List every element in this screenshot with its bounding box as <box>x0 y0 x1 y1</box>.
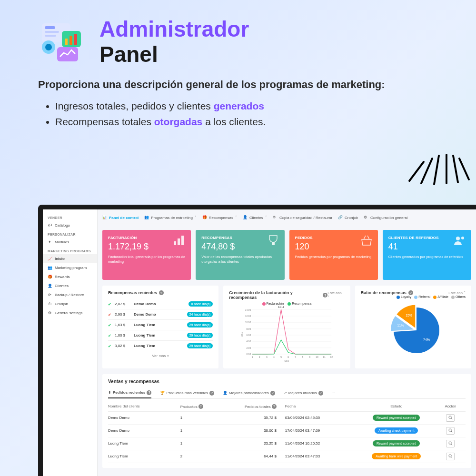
kpi-facturacion: FACTURACIÓN 1.172,19 $ Facturación total… <box>102 230 191 280</box>
user-icon: 👤 <box>223 391 228 395</box>
help-icon[interactable]: ? <box>318 391 323 396</box>
recent-reward-row[interactable]: ✔ 2,87 $ Demo Demo 8 hace día(s) <box>108 299 213 309</box>
sidebar-item-marketing[interactable]: 👥Marketing program <box>43 263 97 272</box>
help-icon[interactable]: ? <box>270 391 275 396</box>
help-icon[interactable]: ? <box>323 293 327 298</box>
chevron-down-icon: ˅ <box>235 216 237 219</box>
help-icon[interactable]: ? <box>159 290 164 295</box>
recent-reward-row[interactable]: ✔ 1,63 $ Luong Tiem 29 hace día(s) <box>108 320 213 330</box>
ver-mas-link[interactable]: Ver más » <box>108 354 213 358</box>
card-ratio-pie: Ratio de recompensas ? Este año ˅ Loyalt… <box>355 286 471 368</box>
help-icon[interactable]: ? <box>198 404 203 409</box>
svg-text:2.00: 2.00 <box>247 346 251 349</box>
trophy-icon <box>267 235 280 246</box>
period-dropdown[interactable]: Este año ˅ <box>448 291 466 295</box>
time-pill: 29 hace día(s) <box>187 322 213 327</box>
help-icon[interactable]: ? <box>209 391 214 396</box>
time-pill: 29 hace día(s) <box>187 343 213 348</box>
svg-text:74%: 74% <box>423 337 430 341</box>
card-growth-chart: Crecimiento de la facturación y recompen… <box>223 286 350 368</box>
tab-backup[interactable]: ⟳Copia de seguridad / Restaurar <box>273 215 332 220</box>
svg-text:12: 12 <box>330 356 333 358</box>
user-icon: 👤 <box>243 215 248 220</box>
svg-point-21 <box>456 237 460 240</box>
network-icon: 👥 <box>144 215 149 220</box>
gift-icon: 🎁 <box>202 215 207 220</box>
time-pill: 8 hace día(s) <box>188 301 213 307</box>
help-icon[interactable]: ? <box>272 404 277 409</box>
check-icon: ✔ <box>108 334 112 337</box>
chart-icon: 📈 <box>48 257 52 261</box>
people-icon: 👥 <box>48 266 52 270</box>
kpi-pedidos: PEDIDOS 120 Pedidos generados por progra… <box>289 230 378 280</box>
svg-line-60 <box>451 431 452 432</box>
view-button[interactable] <box>446 427 455 435</box>
help-icon[interactable]: ? <box>408 290 413 295</box>
clock-icon: ⏱ <box>48 302 52 306</box>
tab-recompensas[interactable]: 🎁Recompensas˅ <box>202 215 237 220</box>
svg-text:12.00: 12.00 <box>245 315 251 317</box>
svg-point-63 <box>449 455 451 457</box>
sidebar-item-cronjob[interactable]: ⏱Cronjob <box>43 299 97 308</box>
pie-chart: 74%11%15% <box>382 301 444 358</box>
svg-point-59 <box>449 429 451 431</box>
dashboard-icon: 📊 <box>102 215 107 220</box>
svg-text:10.00: 10.00 <box>245 321 251 324</box>
svg-text:14.11: 14.11 <box>278 306 285 308</box>
svg-text:4.00: 4.00 <box>247 340 251 343</box>
sales-tab-pedidos[interactable]: ⬇Pedidos recientes ? <box>108 388 151 398</box>
tab-clientes[interactable]: 👤Clientes˅ <box>243 215 267 220</box>
help-icon[interactable]: ? <box>147 390 151 395</box>
view-button[interactable] <box>446 453 455 460</box>
tab-programas[interactable]: 👥Programas de márketing˅ <box>144 215 197 220</box>
view-button[interactable] <box>446 414 455 422</box>
svg-text:6: 6 <box>288 356 289 358</box>
gift-icon: 🎁 <box>48 275 52 279</box>
sidebar-item-general[interactable]: ⚙General settings <box>43 308 97 317</box>
svg-text:1: 1 <box>252 356 253 358</box>
sidebar-section-programs: MARKETING PROGRAMS <box>43 247 97 254</box>
screenshot-frame: VENDER 🏷Catálogo PERSONALIZAR ✦Módulos M… <box>38 205 476 476</box>
svg-rect-5 <box>65 39 68 45</box>
sidebar-item-clientes[interactable]: 👤Clientes <box>43 281 97 290</box>
svg-rect-17 <box>174 241 176 245</box>
tab-config[interactable]: ⚙Configuración general <box>364 215 407 220</box>
top-tabs: 📊Panel de control 👥Programas de márketin… <box>102 213 471 224</box>
svg-text:15%: 15% <box>406 314 412 317</box>
sales-tab-productos[interactable]: 🏆Productos más vendidos ? <box>160 388 214 398</box>
recent-reward-row[interactable]: ✔ 2,90 $ Demo Demo 24 hace día(s) <box>108 309 213 320</box>
sidebar-item-modulos[interactable]: ✦Módulos <box>43 238 97 247</box>
sidebar-item-inicio[interactable]: 📈Inicio <box>43 254 97 263</box>
users-icon <box>453 235 466 246</box>
line-chart: 0.002.004.006.008.0010.0012.0014.0012345… <box>229 306 344 363</box>
bars-icon <box>173 235 186 246</box>
svg-text:11%: 11% <box>397 324 404 327</box>
kpi-recompensas: RECOMPENSAS 474,80 $ Valor de las recomp… <box>196 230 284 280</box>
sales-tab-afiliados[interactable]: ↗Mejores afiliados ? <box>284 388 323 398</box>
svg-line-15 <box>453 156 458 182</box>
tab-panel[interactable]: 📊Panel de control <box>102 215 139 220</box>
time-pill: 29 hace día(s) <box>187 333 213 338</box>
svg-rect-20 <box>272 242 275 245</box>
sidebar-item-backup[interactable]: ⟳Backup / Restore <box>43 290 97 299</box>
users-icon: 👤 <box>48 284 52 288</box>
svg-text:6.00: 6.00 <box>247 334 251 337</box>
recent-reward-row[interactable]: ✔ 3,82 $ Luong Tiem 29 hace día(s) <box>108 341 213 351</box>
sidebar-item-rewards[interactable]: 🎁Rewards <box>43 272 97 281</box>
svg-text:11: 11 <box>323 356 326 358</box>
chevron-down-icon: ˅ <box>265 216 267 219</box>
svg-point-61 <box>449 442 451 444</box>
sales-tab-more[interactable]: ··· <box>332 388 335 398</box>
svg-text:8.00: 8.00 <box>247 327 251 330</box>
check-icon: ✔ <box>108 344 112 348</box>
check-icon: ✔ <box>108 302 112 306</box>
sales-tab-patroc[interactable]: 👤Mejores patrocinadores ? <box>223 388 275 398</box>
view-button[interactable] <box>446 440 455 447</box>
recent-reward-row[interactable]: ✔ 1,00 $ Luong Tiem 29 hace día(s) <box>108 330 213 341</box>
tab-cronjob[interactable]: 🔗Cronjob <box>338 215 358 220</box>
sidebar-item-catalogo[interactable]: 🏷Catálogo <box>43 221 97 230</box>
period-dropdown[interactable]: Este año ˅ <box>327 291 345 299</box>
svg-text:3: 3 <box>266 356 268 358</box>
share-icon: ↗ <box>284 391 287 395</box>
svg-rect-2 <box>45 31 59 33</box>
